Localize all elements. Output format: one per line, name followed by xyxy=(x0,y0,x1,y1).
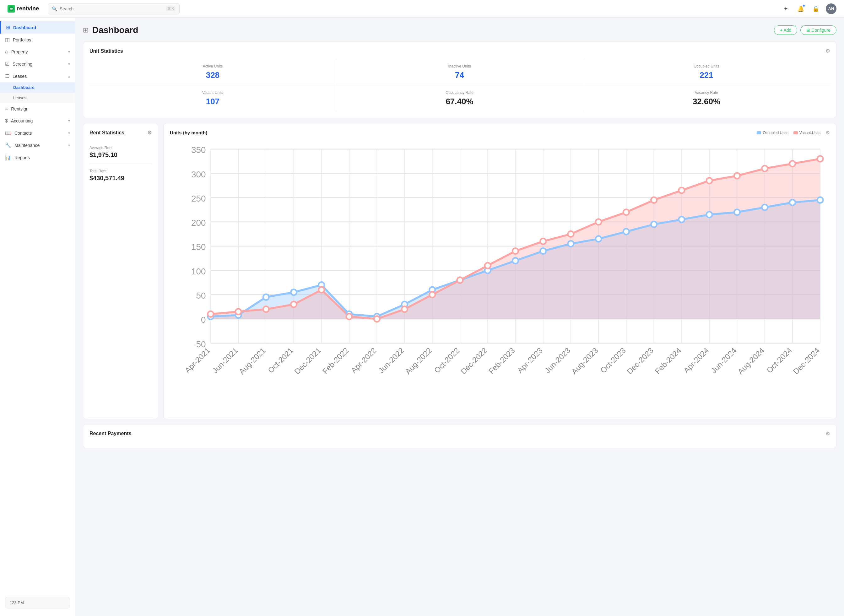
svg-text:150: 150 xyxy=(191,242,205,252)
ai-assistant-button[interactable]: ✦ xyxy=(781,4,791,14)
sidebar-sub-item-leases-list[interactable]: Leases xyxy=(0,92,75,103)
recent-payments-card: Recent Payments ⚙ xyxy=(83,424,837,448)
svg-text:Apr-2022: Apr-2022 xyxy=(349,346,378,375)
dashboard-icon: ⊞ xyxy=(6,25,10,31)
sidebar-label-portfolios: Portfolios xyxy=(13,37,31,43)
sidebar-label-accounting: Accounting xyxy=(11,118,33,123)
stat-vacancy-rate: Vacancy Rate 32.60% xyxy=(583,85,830,111)
time-display: 123 PM xyxy=(5,597,70,609)
unit-statistics-card: Unit Statistics ⚙ Active Units 328 Inact… xyxy=(83,41,837,118)
screening-icon: ☑ xyxy=(5,61,9,67)
sidebar-item-contacts[interactable]: 📖 Contacts ▾ xyxy=(0,127,75,139)
svg-text:Oct-2024: Oct-2024 xyxy=(765,346,793,375)
sidebar-item-dashboard[interactable]: ⊞ Dashboard xyxy=(0,21,75,34)
units-chart-svg: -50050100150200250300350Apr-2021Jun-2021… xyxy=(170,139,830,411)
sidebar-item-rentsign[interactable]: ≡ Rentsign xyxy=(0,103,75,115)
inactive-units-label: Inactive Units xyxy=(343,64,577,69)
security-button[interactable]: 🔒 xyxy=(811,4,821,14)
sidebar-item-leases[interactable]: ☰ Leases ▴ xyxy=(0,70,75,82)
search-bar[interactable]: 🔍 ⌘ K xyxy=(48,3,180,15)
sidebar-item-accounting[interactable]: $ Accounting ▾ xyxy=(0,115,75,127)
sidebar-item-property[interactable]: ⌂ Property ▾ xyxy=(0,46,75,58)
svg-point-65 xyxy=(762,204,768,210)
unit-stats-settings-icon[interactable]: ⚙ xyxy=(825,48,830,54)
app-logo[interactable]: rv rentvine xyxy=(7,5,39,13)
active-units-value: 328 xyxy=(96,70,330,80)
portfolios-icon: ◫ xyxy=(5,37,10,43)
svg-point-47 xyxy=(263,294,269,300)
occupied-units-value: 221 xyxy=(589,70,823,80)
reports-icon: 📊 xyxy=(5,154,11,160)
notification-dot xyxy=(803,4,805,7)
svg-point-61 xyxy=(651,221,657,227)
sidebar-label-contacts: Contacts xyxy=(15,131,32,136)
svg-point-89 xyxy=(790,161,796,167)
leases-list-label: Leases xyxy=(13,95,26,100)
leases-chevron-icon: ▴ xyxy=(68,74,70,78)
logo-icon: rv xyxy=(7,5,15,13)
top-navigation: rv rentvine 🔍 ⌘ K ✦ 🔔 🔒 AN xyxy=(0,0,844,18)
svg-text:Aug-2024: Aug-2024 xyxy=(736,346,766,376)
svg-text:Apr-2023: Apr-2023 xyxy=(515,346,544,375)
main-content: ⊞ Dashboard + Add ⊞ Configure Unit Stati… xyxy=(75,18,844,616)
svg-text:Apr-2024: Apr-2024 xyxy=(682,346,710,375)
sidebar-item-portfolios[interactable]: ◫ Portfolios xyxy=(0,34,75,46)
sidebar-bottom: 123 PM xyxy=(0,593,75,612)
total-rent-label: Total Rent xyxy=(90,169,152,173)
property-chevron-icon: ▾ xyxy=(68,50,70,54)
svg-text:Feb-2023: Feb-2023 xyxy=(487,346,517,375)
avatar[interactable]: AN xyxy=(826,3,837,14)
svg-point-73 xyxy=(346,314,352,320)
accounting-chevron-icon: ▾ xyxy=(68,119,70,123)
svg-text:rv: rv xyxy=(10,7,13,11)
svg-text:Dec-2022: Dec-2022 xyxy=(459,346,489,376)
sidebar-item-maintenance[interactable]: 🔧 Maintenance ▾ xyxy=(0,139,75,151)
occupied-legend-color xyxy=(757,131,761,134)
svg-text:50: 50 xyxy=(196,291,205,301)
rent-statistics-card: Rent Statistics ⚙ Average Rent $1,975.10… xyxy=(83,123,158,419)
sidebar-item-screening[interactable]: ☑ Screening ▾ xyxy=(0,58,75,70)
chart-settings-icon[interactable]: ⚙ xyxy=(825,130,830,136)
recent-payments-title: Recent Payments ⚙ xyxy=(90,431,830,437)
svg-point-57 xyxy=(540,248,546,254)
search-input[interactable] xyxy=(60,6,163,11)
average-rent-label: Average Rent xyxy=(90,146,152,150)
svg-point-63 xyxy=(706,212,712,218)
add-button[interactable]: + Add xyxy=(774,25,797,35)
svg-point-86 xyxy=(706,178,712,184)
contacts-icon: 📖 xyxy=(5,130,11,136)
svg-point-77 xyxy=(457,277,463,283)
sidebar-label-leases: Leases xyxy=(13,74,27,79)
screening-chevron-icon: ▾ xyxy=(68,62,70,66)
rent-stats-settings-icon[interactable]: ⚙ xyxy=(147,130,152,136)
leases-submenu: Dashboard Leases xyxy=(0,82,75,103)
svg-text:200: 200 xyxy=(191,218,205,227)
sidebar-item-reports[interactable]: 📊 Reports xyxy=(0,151,75,164)
accounting-icon: $ xyxy=(5,118,8,124)
sidebar-sub-item-leases-dashboard[interactable]: Dashboard xyxy=(0,82,75,92)
occupancy-rate-value: 67.40% xyxy=(343,97,577,106)
svg-point-85 xyxy=(679,188,685,194)
svg-text:Jun-2024: Jun-2024 xyxy=(709,346,738,375)
sidebar-label-screening: Screening xyxy=(13,62,32,67)
svg-point-59 xyxy=(596,236,602,242)
svg-point-64 xyxy=(734,210,740,216)
svg-point-87 xyxy=(734,173,740,179)
svg-point-82 xyxy=(596,219,602,225)
svg-text:Jun-2023: Jun-2023 xyxy=(543,346,572,375)
svg-point-90 xyxy=(817,156,823,162)
occupied-legend-label: Occupied Units xyxy=(763,131,788,135)
contacts-chevron-icon: ▾ xyxy=(68,131,70,135)
svg-text:300: 300 xyxy=(191,170,205,179)
maintenance-chevron-icon: ▾ xyxy=(68,143,70,148)
chart-title: Units (by month) xyxy=(170,130,207,135)
stat-occupancy-rate: Occupancy Rate 67.40% xyxy=(336,85,583,111)
svg-text:100: 100 xyxy=(191,267,205,276)
recent-payments-settings-icon[interactable]: ⚙ xyxy=(825,431,830,437)
active-units-label: Active Units xyxy=(96,64,330,69)
svg-point-69 xyxy=(235,309,241,315)
notifications-button[interactable]: 🔔 xyxy=(796,4,806,14)
svg-text:Jun-2021: Jun-2021 xyxy=(211,346,239,375)
configure-button[interactable]: ⊞ Configure xyxy=(800,25,837,35)
unit-statistics-title: Unit Statistics ⚙ xyxy=(90,48,830,54)
